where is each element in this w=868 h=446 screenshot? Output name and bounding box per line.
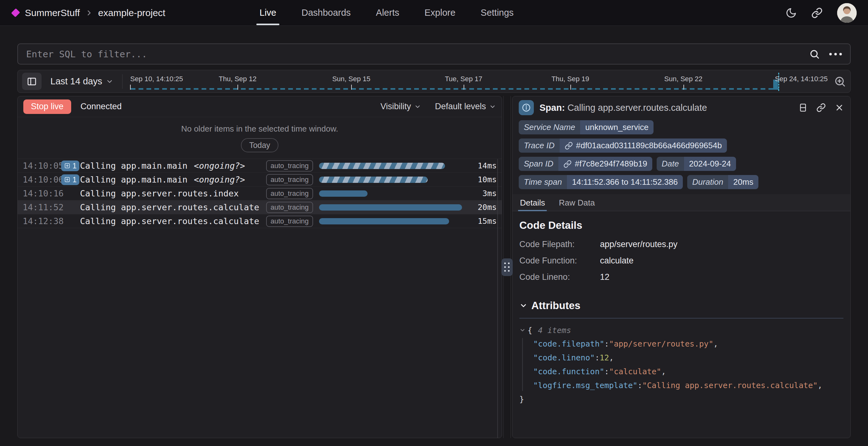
tab-details[interactable]: Details: [519, 194, 546, 211]
row-tag-cell: auto_tracing: [266, 174, 319, 185]
tag-auto-tracing[interactable]: auto_tracing: [266, 174, 313, 185]
more-options-icon[interactable]: [829, 53, 842, 55]
tab-alerts[interactable]: Alerts: [375, 0, 400, 25]
live-feed-panel: Stop live Connected Visibility Default l…: [17, 96, 502, 438]
attributes-json-viewer: { 4 items "code.filepath": "app/server/r…: [519, 324, 843, 406]
json-root-line[interactable]: { 4 items: [519, 324, 843, 337]
tab-explore[interactable]: Explore: [424, 0, 456, 25]
row-message: Calling app.server.routes.calculate: [80, 202, 266, 212]
split-view-icon[interactable]: [798, 103, 808, 113]
span-count-badge: 1: [61, 161, 80, 171]
avatar[interactable]: [837, 3, 857, 23]
span-row[interactable]: 14:10:061Calling app.main.main<ongoing?>…: [18, 173, 502, 187]
timeline-tick: [570, 85, 571, 90]
tag-auto-tracing[interactable]: auto_tracing: [266, 216, 313, 227]
row-duration-bar-cell: [319, 163, 467, 169]
tab-dashboards[interactable]: Dashboards: [301, 0, 351, 25]
tab-settings[interactable]: Settings: [480, 0, 514, 25]
detail-tabs: DetailsRaw Data: [513, 194, 850, 211]
span-row[interactable]: 14:12:38Calling app.server.routes.calcul…: [18, 214, 502, 228]
chip-date[interactable]: Date2024-09-24: [657, 157, 736, 171]
live-feed-header: Stop live Connected Visibility Default l…: [18, 96, 502, 117]
page-content: Enter SQL to filter... Last 14 days Sep …: [0, 43, 868, 438]
dark-mode-moon-icon[interactable]: [785, 7, 797, 19]
plus-square-icon: [64, 176, 70, 183]
chevron-down-icon: [106, 78, 113, 85]
collapse-chevron-icon[interactable]: [519, 327, 526, 333]
visibility-dropdown[interactable]: Visibility: [380, 102, 421, 112]
scrollbar-track[interactable]: [497, 159, 498, 438]
span-row[interactable]: 14:10:051Calling app.main.main<ongoing?>…: [18, 159, 502, 173]
json-key: "code.function": [533, 367, 604, 376]
tab-raw-data[interactable]: Raw Data: [558, 194, 595, 211]
sidebar-toggle-button[interactable]: [22, 73, 41, 90]
chip-span-id[interactable]: Span ID#f7c8e294f7489b19: [519, 157, 652, 171]
timeline-date-label: Sep 10, 14:10:25: [130, 75, 183, 83]
row-timestamp: 14:11:52: [23, 202, 61, 212]
timeline-date-label: Sun, Sep 15: [332, 75, 370, 83]
tag-auto-tracing[interactable]: auto_tracing: [266, 188, 313, 199]
time-range-dropdown[interactable]: Last 14 days: [51, 76, 113, 87]
row-duration: 3ms: [467, 189, 497, 198]
stop-live-button[interactable]: Stop live: [23, 99, 71, 114]
chip-service-name[interactable]: Service Nameunknown_service: [519, 120, 653, 134]
row-duration: 15ms: [467, 217, 497, 226]
chip-value-text: #df01acad0311189c8b66a466d969654b: [576, 141, 722, 151]
share-link-icon[interactable]: [811, 7, 823, 19]
chip-value-text: 20ms: [733, 177, 753, 187]
default-levels-dropdown[interactable]: Default levels: [435, 102, 496, 112]
span-row[interactable]: 14:10:16Calling app.server.routes.indexa…: [18, 187, 502, 200]
code-details-grid: Code Filepath:app/server/routes.pyCode F…: [519, 240, 843, 282]
json-attribute-line: "logfire.msg_template": "Calling app.ser…: [533, 378, 843, 392]
duration-bar: [319, 218, 449, 224]
row-icon-cell: [61, 218, 80, 224]
row-duration-bar-cell: [319, 218, 467, 224]
tag-auto-tracing[interactable]: auto_tracing: [266, 160, 313, 171]
chip-row: Span ID#f7c8e294f7489b19Date2024-09-24: [519, 157, 844, 171]
today-button[interactable]: Today: [241, 138, 278, 152]
row-icon-cell: [61, 204, 80, 210]
json-colon: :: [595, 353, 600, 362]
project-name[interactable]: example-project: [98, 7, 165, 18]
attributes-divider: [519, 318, 843, 319]
plus-square-icon: [64, 162, 70, 169]
row-duration-bar-cell: [319, 177, 467, 183]
breadcrumb: SummerStuff example-project: [11, 7, 165, 18]
tab-live[interactable]: Live: [259, 0, 277, 25]
main-split: Stop live Connected Visibility Default l…: [17, 96, 851, 438]
span-row-list: 14:10:051Calling app.main.main<ongoing?>…: [18, 159, 502, 438]
duration-bar: [319, 163, 445, 169]
chip-duration[interactable]: Duration20ms: [687, 175, 758, 189]
json-value: "calculate": [609, 367, 661, 376]
chip-time-span[interactable]: Time span14:11:52.366 to 14:11:52.386: [519, 175, 683, 189]
tag-auto-tracing[interactable]: auto_tracing: [266, 202, 313, 213]
search-icon[interactable]: [809, 49, 820, 60]
timeline-date-label: Sep 24, 14:10:25: [775, 75, 828, 83]
splitter-grip-handle[interactable]: [501, 258, 513, 276]
org-name[interactable]: SummerStuff: [25, 7, 80, 18]
chevron-right-icon: [85, 9, 93, 17]
timeline-track[interactable]: Sep 10, 14:10:25Thu, Sep 12Sun, Sep 15Tu…: [130, 70, 828, 93]
sql-filter-input[interactable]: Enter SQL to filter...: [17, 43, 851, 65]
row-icon-cell: [61, 191, 80, 196]
message-text: Calling app.server.routes.calculate: [80, 216, 259, 226]
copy-link-icon[interactable]: [816, 103, 826, 113]
zoom-in-button[interactable]: [834, 75, 846, 88]
time-range-label: Last 14 days: [51, 76, 102, 87]
span-row[interactable]: 14:11:52Calling app.server.routes.calcul…: [18, 200, 502, 214]
chevron-down-icon: [489, 103, 496, 110]
close-icon[interactable]: [835, 103, 844, 113]
sidebar-panel-icon: [27, 76, 37, 87]
code-detail-label: Code Filepath:: [519, 240, 600, 249]
timebar-divider: [122, 74, 123, 89]
zoom-in-icon: [834, 75, 846, 88]
chevron-down-icon: [519, 301, 528, 310]
chip-trace-id[interactable]: Trace ID#df01acad0311189c8b66a466d969654…: [519, 138, 727, 153]
span-count-badge: 1: [61, 174, 80, 185]
json-comma: ,: [817, 381, 822, 390]
chip-label: Duration: [687, 175, 728, 189]
row-timestamp: 14:10:16: [23, 189, 61, 198]
attributes-heading[interactable]: Attributes: [519, 300, 843, 312]
link-icon: [565, 141, 573, 150]
span-meta-chips: Service Nameunknown_serviceTrace ID#df01…: [513, 119, 850, 189]
